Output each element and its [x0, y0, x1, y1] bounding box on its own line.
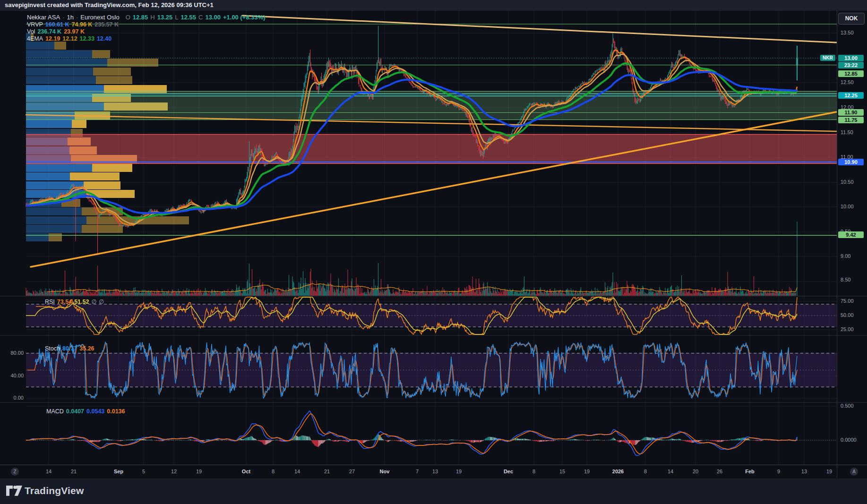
currency-button[interactable]: NOK	[838, 13, 865, 25]
attribution-text: savepiginvest created with TradingView.c…	[5, 1, 214, 9]
vp-up-volume-bar	[26, 164, 92, 172]
vp-up-volume-bar	[26, 50, 92, 58]
low-value: 12.55	[180, 14, 196, 21]
vp-down-volume-bar	[92, 50, 110, 58]
time-axis-label: 8	[644, 469, 647, 474]
vp-down-volume-bar	[54, 42, 66, 50]
time-axis-label: Oct	[242, 469, 250, 474]
time-axis-label: 27	[349, 469, 355, 474]
time-axis-label: 19	[196, 469, 202, 474]
vp-up-volume-bar	[26, 68, 93, 76]
time-axis-label: 13	[801, 469, 807, 474]
price-axis-label: 10.00	[841, 204, 854, 209]
time-axis-label: Sep	[114, 469, 123, 474]
vp-down-volume-bar	[92, 164, 132, 172]
tradingview-logo-icon[interactable]	[6, 485, 23, 498]
price-axis-label: 12.50	[841, 79, 854, 85]
stoch-axis-label: 40.00	[0, 373, 24, 378]
vp-down-volume-bar	[96, 76, 132, 84]
vrvp-legend[interactable]: VRVP 160.61 K 74.96 K 235.57 K	[27, 21, 119, 28]
time-axis-label: 19	[826, 469, 832, 474]
high-value: 13.25	[157, 14, 173, 21]
vp-down-volume-bar	[70, 172, 120, 180]
time-axis-label: 14	[668, 469, 673, 474]
vp-up-volume-bar	[26, 216, 86, 224]
time-axis-label: Nov	[380, 469, 390, 474]
vp-down-volume-bar	[82, 225, 123, 233]
price-axis-label: 0.500	[841, 403, 854, 409]
vp-up-volume-bar	[26, 59, 107, 67]
macd-legend[interactable]: MACD 0.0407 0.0543 0.0136	[46, 408, 125, 415]
price-badge: 11.75	[838, 117, 864, 123]
vp-up-volume-bar	[26, 207, 82, 215]
vp-down-volume-bar	[84, 181, 120, 189]
close-value: 13.00	[205, 14, 221, 21]
vp-up-volume-bar	[26, 233, 49, 241]
volume-legend[interactable]: Vol 236.74 K 23.97 K	[27, 28, 85, 35]
time-axis-label: 8	[272, 469, 275, 474]
vp-up-volume-bar	[26, 172, 70, 180]
price-badge: 9.42	[838, 231, 864, 238]
time-axis-label: 14	[294, 469, 300, 474]
price-axis-label: 25.00	[841, 326, 854, 332]
price-axis-label: 13.50	[841, 30, 854, 35]
price-axis-label: 11.50	[841, 129, 853, 135]
vp-up-volume-bar	[26, 42, 54, 50]
tradingview-brand[interactable]: TradingView	[25, 485, 84, 496]
price-badge: 12.85	[838, 70, 864, 77]
price-axis-label: 50.00	[841, 312, 854, 318]
chart-canvas[interactable]	[0, 0, 867, 504]
symbol-price-tag: NKR	[820, 55, 835, 61]
time-axis-label: 12	[171, 469, 177, 474]
time-axis-label: 8	[532, 469, 535, 474]
vp-down-volume-bar	[107, 59, 158, 67]
demand-zone-red[interactable]	[26, 134, 837, 163]
price-badge: 13.00	[838, 55, 864, 61]
ema-legend[interactable]: 4EMA 12.19 12.12 12.33 12.40	[27, 35, 112, 42]
price-axis-label: 75.00	[841, 298, 854, 304]
change-value: +1.00 (+8.33%)	[223, 14, 266, 21]
time-axis-label: 19	[584, 469, 590, 474]
vp-down-volume-bar	[93, 68, 131, 76]
time-axis-label: 9	[777, 469, 780, 474]
price-axis-label: 0.0000	[841, 437, 857, 443]
time-axis-label: 7	[416, 469, 419, 474]
time-axis-label: 5	[142, 469, 145, 474]
vp-down-volume-bar	[49, 233, 62, 241]
stoch-axis-label: 0.00	[0, 395, 24, 401]
price-badge: 23:22	[838, 62, 864, 68]
exchange: Euronext Oslo	[80, 14, 119, 21]
price-axis-label: 8.50	[841, 277, 850, 282]
symbol-name[interactable]: Nekkar ASA	[27, 14, 60, 21]
vp-up-volume-bar	[26, 225, 82, 233]
time-axis-label: 15	[559, 469, 565, 474]
rsi-legend[interactable]: RSI 73.54 51.52 ∅ ∅	[45, 298, 104, 305]
price-axis-label: 9.00	[841, 253, 850, 259]
price-axis-label: 10.50	[841, 179, 854, 185]
open-value: 12.85	[133, 14, 148, 21]
auto-scale-button[interactable]: A	[850, 468, 858, 476]
price-badge: 10.90	[838, 159, 864, 165]
tradingview-chart-window: savepiginvest created with TradingView.c…	[0, 0, 867, 504]
time-axis-label: 14	[46, 469, 52, 474]
vp-down-volume-bar	[72, 120, 86, 128]
time-axis-label: 13	[432, 469, 438, 474]
timeframe[interactable]: 1h	[67, 14, 73, 21]
time-axis-label: 20	[693, 469, 698, 474]
timezone-button[interactable]: Z	[11, 468, 19, 476]
time-axis[interactable]: 1421Sep51219Oct8142127Nov71319Dec8151920…	[0, 465, 867, 479]
price-badge: 12.25	[838, 92, 864, 99]
stoch-legend[interactable]: Stoch 80.77 35.26	[45, 345, 94, 352]
price-axis[interactable]: 13.5012.5012.0011.5011.0010.5010.009.509…	[837, 10, 867, 478]
stoch-axis-label: 80.00	[0, 350, 24, 356]
time-axis-label: 19	[456, 469, 462, 474]
attribution-bar: savepiginvest created with TradingView.c…	[0, 0, 867, 10]
time-axis-label: 2026	[612, 469, 624, 474]
time-axis-label: Dec	[504, 469, 513, 474]
time-axis-label: 26	[717, 469, 722, 474]
time-axis-label: 21	[324, 469, 330, 474]
price-badge: 11.90	[838, 109, 864, 116]
symbol-legend[interactable]: Nekkar ASA · 1h · Euronext Oslo O 12.85 …	[27, 14, 266, 21]
footer-bar: TradingView	[0, 478, 867, 504]
time-axis-label: 21	[71, 469, 77, 474]
